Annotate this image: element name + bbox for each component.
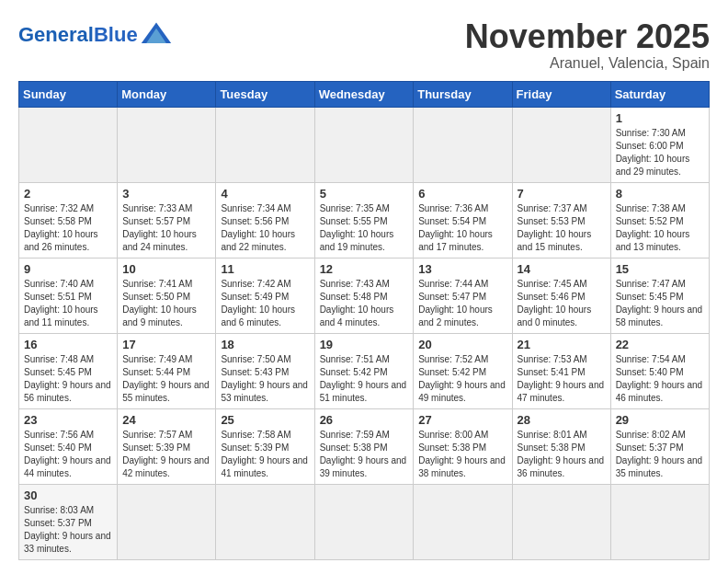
calendar-week-row: 30Sunrise: 8:03 AM Sunset: 5:37 PM Dayli…	[19, 484, 710, 559]
day-info: Sunrise: 7:32 AM Sunset: 5:58 PM Dayligh…	[24, 202, 112, 254]
day-info: Sunrise: 7:48 AM Sunset: 5:45 PM Dayligh…	[24, 353, 112, 405]
day-number: 13	[418, 262, 506, 276]
day-number: 2	[24, 187, 112, 201]
calendar-cell	[314, 107, 414, 182]
month-title: November 2025	[465, 18, 710, 55]
calendar-cell: 5Sunrise: 7:35 AM Sunset: 5:55 PM Daylig…	[314, 182, 414, 258]
day-number: 19	[320, 338, 409, 351]
day-number: 14	[518, 262, 606, 276]
calendar-cell: 12Sunrise: 7:43 AM Sunset: 5:48 PM Dayli…	[314, 258, 414, 333]
calendar-cell: 28Sunrise: 8:01 AM Sunset: 5:38 PM Dayli…	[512, 408, 610, 484]
day-number: 6	[418, 187, 506, 201]
day-info: Sunrise: 7:57 AM Sunset: 5:39 PM Dayligh…	[122, 429, 210, 480]
day-number: 21	[518, 338, 606, 351]
calendar-cell: 24Sunrise: 7:57 AM Sunset: 5:39 PM Dayli…	[118, 408, 216, 484]
day-number: 26	[320, 413, 409, 427]
page-header: GeneralBlue November 2025 Aranuel, Valen…	[18, 18, 710, 72]
day-info: Sunrise: 7:40 AM Sunset: 5:51 PM Dayligh…	[24, 278, 112, 329]
calendar-cell: 9Sunrise: 7:40 AM Sunset: 5:51 PM Daylig…	[19, 258, 118, 333]
calendar-cell: 16Sunrise: 7:48 AM Sunset: 5:45 PM Dayli…	[19, 333, 118, 408]
calendar-cell: 14Sunrise: 7:45 AM Sunset: 5:46 PM Dayli…	[512, 258, 610, 333]
calendar-cell: 22Sunrise: 7:54 AM Sunset: 5:40 PM Dayli…	[610, 333, 709, 408]
calendar-week-row: 23Sunrise: 7:56 AM Sunset: 5:40 PM Dayli…	[19, 408, 710, 484]
day-number: 4	[221, 187, 309, 201]
calendar-cell: 26Sunrise: 7:59 AM Sunset: 5:38 PM Dayli…	[314, 408, 414, 484]
day-number: 17	[122, 338, 210, 351]
weekday-header-tuesday: Tuesday	[216, 81, 314, 107]
calendar-cell	[512, 484, 610, 559]
day-number: 25	[221, 413, 309, 427]
logo-icon	[140, 18, 173, 52]
day-info: Sunrise: 7:50 AM Sunset: 5:43 PM Dayligh…	[221, 353, 309, 405]
day-number: 1	[616, 111, 704, 125]
calendar-cell	[414, 484, 512, 559]
calendar-week-row: 9Sunrise: 7:40 AM Sunset: 5:51 PM Daylig…	[19, 258, 710, 333]
calendar-cell: 20Sunrise: 7:52 AM Sunset: 5:42 PM Dayli…	[414, 333, 512, 408]
day-info: Sunrise: 7:30 AM Sunset: 6:00 PM Dayligh…	[616, 127, 704, 178]
day-number: 16	[24, 338, 112, 351]
calendar-cell: 8Sunrise: 7:38 AM Sunset: 5:52 PM Daylig…	[610, 182, 709, 258]
day-info: Sunrise: 7:49 AM Sunset: 5:44 PM Dayligh…	[122, 353, 210, 405]
day-number: 28	[518, 413, 606, 427]
day-info: Sunrise: 7:41 AM Sunset: 5:50 PM Dayligh…	[122, 278, 210, 329]
logo-text: GeneralBlue	[18, 23, 138, 47]
calendar-cell	[610, 484, 709, 559]
calendar-cell: 29Sunrise: 8:02 AM Sunset: 5:37 PM Dayli…	[610, 408, 709, 484]
weekday-header-saturday: Saturday	[610, 81, 709, 107]
day-info: Sunrise: 7:45 AM Sunset: 5:46 PM Dayligh…	[518, 278, 606, 329]
day-info: Sunrise: 7:38 AM Sunset: 5:52 PM Dayligh…	[616, 202, 704, 254]
day-info: Sunrise: 7:52 AM Sunset: 5:42 PM Dayligh…	[418, 353, 506, 405]
day-info: Sunrise: 8:01 AM Sunset: 5:38 PM Dayligh…	[518, 429, 606, 480]
weekday-header-friday: Friday	[512, 81, 610, 107]
day-info: Sunrise: 7:47 AM Sunset: 5:45 PM Dayligh…	[616, 278, 704, 329]
calendar-cell: 17Sunrise: 7:49 AM Sunset: 5:44 PM Dayli…	[118, 333, 216, 408]
calendar-cell: 30Sunrise: 8:03 AM Sunset: 5:37 PM Dayli…	[19, 484, 118, 559]
calendar-cell: 10Sunrise: 7:41 AM Sunset: 5:50 PM Dayli…	[118, 258, 216, 333]
day-info: Sunrise: 7:51 AM Sunset: 5:42 PM Dayligh…	[320, 353, 409, 405]
calendar-cell: 7Sunrise: 7:37 AM Sunset: 5:53 PM Daylig…	[512, 182, 610, 258]
calendar-cell	[512, 107, 610, 182]
day-info: Sunrise: 8:02 AM Sunset: 5:37 PM Dayligh…	[616, 429, 704, 480]
day-number: 27	[418, 413, 506, 427]
day-number: 29	[616, 413, 704, 427]
calendar-cell: 25Sunrise: 7:58 AM Sunset: 5:39 PM Dayli…	[216, 408, 314, 484]
calendar-cell	[314, 484, 414, 559]
day-number: 20	[418, 338, 506, 351]
day-info: Sunrise: 8:03 AM Sunset: 5:37 PM Dayligh…	[24, 504, 112, 556]
calendar-cell: 11Sunrise: 7:42 AM Sunset: 5:49 PM Dayli…	[216, 258, 314, 333]
calendar-week-row: 16Sunrise: 7:48 AM Sunset: 5:45 PM Dayli…	[19, 333, 710, 408]
day-number: 9	[24, 262, 112, 276]
day-number: 8	[616, 187, 704, 201]
calendar-cell: 23Sunrise: 7:56 AM Sunset: 5:40 PM Dayli…	[19, 408, 118, 484]
calendar-week-row: 1Sunrise: 7:30 AM Sunset: 6:00 PM Daylig…	[19, 107, 710, 182]
day-info: Sunrise: 7:34 AM Sunset: 5:56 PM Dayligh…	[221, 202, 309, 254]
day-info: Sunrise: 7:43 AM Sunset: 5:48 PM Dayligh…	[320, 278, 409, 329]
day-number: 15	[616, 262, 704, 276]
calendar-cell: 27Sunrise: 8:00 AM Sunset: 5:38 PM Dayli…	[414, 408, 512, 484]
day-info: Sunrise: 7:36 AM Sunset: 5:54 PM Dayligh…	[418, 202, 506, 254]
calendar-week-row: 2Sunrise: 7:32 AM Sunset: 5:58 PM Daylig…	[19, 182, 710, 258]
weekday-header-monday: Monday	[118, 81, 216, 107]
day-info: Sunrise: 7:54 AM Sunset: 5:40 PM Dayligh…	[616, 353, 704, 405]
day-info: Sunrise: 8:00 AM Sunset: 5:38 PM Dayligh…	[418, 429, 506, 480]
calendar-cell	[216, 107, 314, 182]
day-number: 24	[122, 413, 210, 427]
weekday-header-row: SundayMondayTuesdayWednesdayThursdayFrid…	[19, 81, 710, 107]
day-number: 10	[122, 262, 210, 276]
calendar-cell: 21Sunrise: 7:53 AM Sunset: 5:41 PM Dayli…	[512, 333, 610, 408]
day-number: 18	[221, 338, 309, 351]
calendar-cell: 2Sunrise: 7:32 AM Sunset: 5:58 PM Daylig…	[19, 182, 118, 258]
day-info: Sunrise: 7:58 AM Sunset: 5:39 PM Dayligh…	[221, 429, 309, 480]
calendar-cell	[216, 484, 314, 559]
calendar-cell: 18Sunrise: 7:50 AM Sunset: 5:43 PM Dayli…	[216, 333, 314, 408]
calendar-cell	[118, 107, 216, 182]
calendar-cell: 1Sunrise: 7:30 AM Sunset: 6:00 PM Daylig…	[610, 107, 709, 182]
day-number: 23	[24, 413, 112, 427]
weekday-header-sunday: Sunday	[19, 81, 118, 107]
weekday-header-wednesday: Wednesday	[314, 81, 414, 107]
day-info: Sunrise: 7:53 AM Sunset: 5:41 PM Dayligh…	[518, 353, 606, 405]
calendar-cell	[19, 107, 118, 182]
day-number: 7	[518, 187, 606, 201]
day-number: 30	[24, 488, 112, 502]
calendar-cell: 3Sunrise: 7:33 AM Sunset: 5:57 PM Daylig…	[118, 182, 216, 258]
